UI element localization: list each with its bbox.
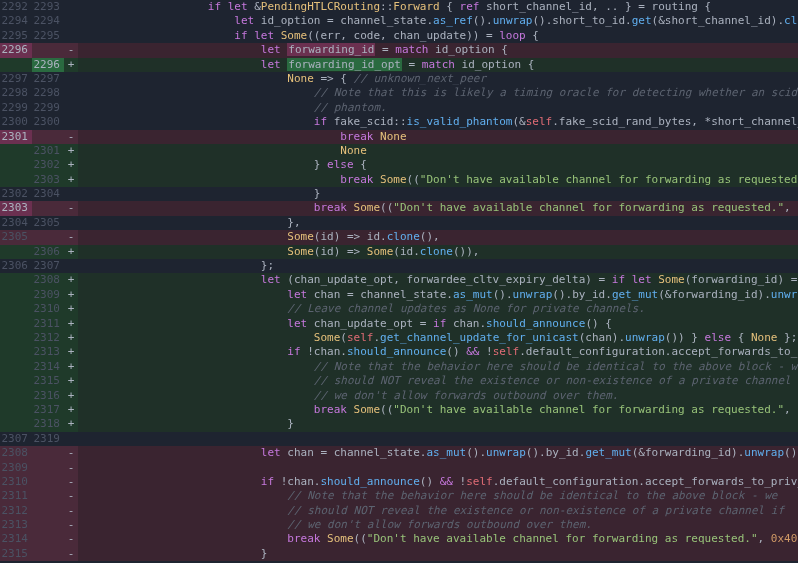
code-content: // Leave channel updates as None for pri… <box>78 302 798 316</box>
diff-line: 2317+ break Some(("Don't have available … <box>0 403 798 417</box>
diff-line: 2312+ Some(self.get_channel_update_for_u… <box>0 331 798 345</box>
line-number-new: 2311 <box>32 317 64 331</box>
diff-line: 2315+ // should NOT reveal the existence… <box>0 374 798 388</box>
code-content: break None <box>78 130 798 144</box>
code-content: // Note that this is likely a timing ora… <box>78 86 798 100</box>
line-number-old <box>0 58 32 72</box>
line-number-old: 2306 <box>0 259 32 273</box>
diff-marker: + <box>64 331 78 345</box>
diff-line: 22922293 if let &PendingHTLCRouting::For… <box>0 0 798 14</box>
line-number-new <box>32 230 64 244</box>
code-content: let (chan_update_opt, forwardee_cltv_exp… <box>78 273 798 287</box>
line-number-old <box>0 173 32 187</box>
line-number-new: 2314 <box>32 360 64 374</box>
code-content: // phantom. <box>78 101 798 115</box>
line-number-old: 2307 <box>0 432 32 446</box>
line-number-old <box>0 302 32 316</box>
line-number-old: 2295 <box>0 29 32 43</box>
diff-marker: - <box>64 201 78 215</box>
diff-marker: - <box>64 532 78 546</box>
code-content: }; <box>78 259 798 273</box>
diff-marker: + <box>64 417 78 431</box>
diff-marker <box>64 432 78 446</box>
line-number-old: 2294 <box>0 14 32 28</box>
diff-line: 2305- Some(id) => id.clone(), <box>0 230 798 244</box>
diff-marker: - <box>64 230 78 244</box>
diff-marker <box>64 72 78 86</box>
code-content <box>78 432 798 446</box>
line-number-old: 2296 <box>0 43 32 57</box>
line-number-new: 2315 <box>32 374 64 388</box>
diff-marker: - <box>64 489 78 503</box>
code-content: // Note that the behavior here should be… <box>78 489 798 503</box>
diff-line: 2296- let forwarding_id = match id_optio… <box>0 43 798 57</box>
diff-line: 23022304 } <box>0 187 798 201</box>
line-number-old: 2303 <box>0 201 32 215</box>
diff-line: 2308+ let (chan_update_opt, forwardee_cl… <box>0 273 798 287</box>
diff-marker <box>64 115 78 129</box>
code-content: } <box>78 417 798 431</box>
line-number-old: 2315 <box>0 547 32 561</box>
code-content: // should NOT reveal the existence or no… <box>78 374 798 388</box>
diff-line: 22982298 // Note that this is likely a t… <box>0 86 798 100</box>
line-number-new: 2299 <box>32 101 64 115</box>
line-number-new: 2304 <box>32 187 64 201</box>
code-content: } <box>78 547 798 561</box>
code-content <box>78 461 798 475</box>
line-number-new <box>32 532 64 546</box>
diff-marker <box>64 0 78 14</box>
diff-line: 2313- // we don't allow forwards outboun… <box>0 518 798 532</box>
line-number-old: 2300 <box>0 115 32 129</box>
line-number-new <box>32 130 64 144</box>
diff-marker: - <box>64 446 78 460</box>
line-number-new: 2308 <box>32 273 64 287</box>
line-number-new: 2319 <box>32 432 64 446</box>
line-number-old <box>0 403 32 417</box>
line-number-old: 2314 <box>0 532 32 546</box>
diff-line: 2311+ let chan_update_opt = if chan.shou… <box>0 317 798 331</box>
line-number-new: 2295 <box>32 29 64 43</box>
diff-marker: + <box>64 288 78 302</box>
diff-marker <box>64 14 78 28</box>
code-content: if let &PendingHTLCRouting::Forward { re… <box>78 0 798 14</box>
line-number-new: 2312 <box>32 331 64 345</box>
line-number-old: 2305 <box>0 230 32 244</box>
line-number-new <box>32 547 64 561</box>
line-number-new: 2310 <box>32 302 64 316</box>
line-number-new: 2302 <box>32 158 64 172</box>
diff-line: 2309- <box>0 461 798 475</box>
line-number-old <box>0 245 32 259</box>
diff-marker: - <box>64 475 78 489</box>
diff-line: 2309+ let chan = channel_state.as_mut().… <box>0 288 798 302</box>
diff-line: 2306+ Some(id) => Some(id.clone()), <box>0 245 798 259</box>
line-number-new: 2305 <box>32 216 64 230</box>
diff-line: 2312- // should NOT reveal the existence… <box>0 504 798 518</box>
diff-marker: - <box>64 547 78 561</box>
line-number-old <box>0 158 32 172</box>
code-content: if !chan.should_announce() && !self.defa… <box>78 475 798 489</box>
line-number-old: 2298 <box>0 86 32 100</box>
diff-line: 2301- break None <box>0 130 798 144</box>
code-content: // we don't allow forwards outbound over… <box>78 389 798 403</box>
diff-marker: - <box>64 130 78 144</box>
diff-line: 23042305 }, <box>0 216 798 230</box>
diff-line: 2308- let chan = channel_state.as_mut().… <box>0 446 798 460</box>
line-number-new: 2294 <box>32 14 64 28</box>
diff-marker <box>64 259 78 273</box>
line-number-old <box>0 417 32 431</box>
line-number-new <box>32 43 64 57</box>
line-number-old <box>0 389 32 403</box>
code-content: // we don't allow forwards outbound over… <box>78 518 798 532</box>
diff-marker: + <box>64 403 78 417</box>
code-content: if !chan.should_announce() && !self.defa… <box>78 345 798 359</box>
line-number-old: 2311 <box>0 489 32 503</box>
line-number-old: 2301 <box>0 130 32 144</box>
line-number-new <box>32 518 64 532</box>
code-content: None => { // unknown_next_peer <box>78 72 798 86</box>
line-number-old: 2302 <box>0 187 32 201</box>
diff-marker <box>64 187 78 201</box>
diff-line: 2316+ // we don't allow forwards outboun… <box>0 389 798 403</box>
diff-marker: + <box>64 374 78 388</box>
line-number-old <box>0 317 32 331</box>
diff-marker: + <box>64 345 78 359</box>
